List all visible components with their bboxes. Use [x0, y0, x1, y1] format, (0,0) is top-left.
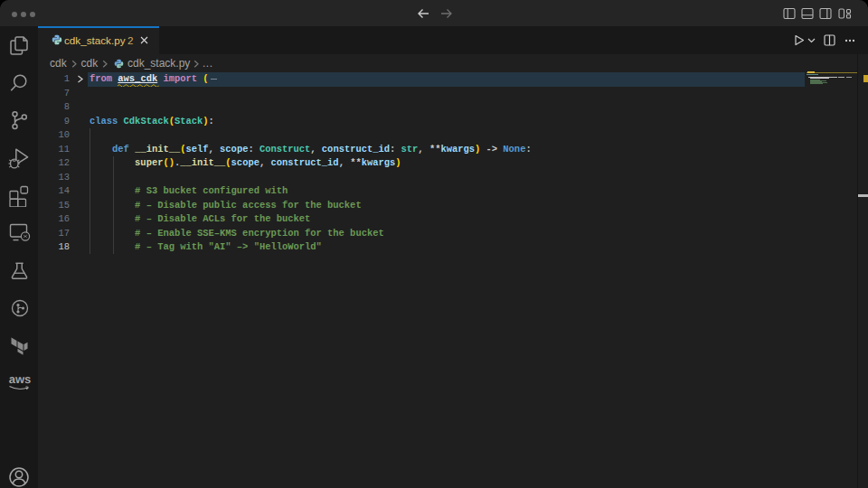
svg-text:aws: aws — [9, 372, 32, 386]
